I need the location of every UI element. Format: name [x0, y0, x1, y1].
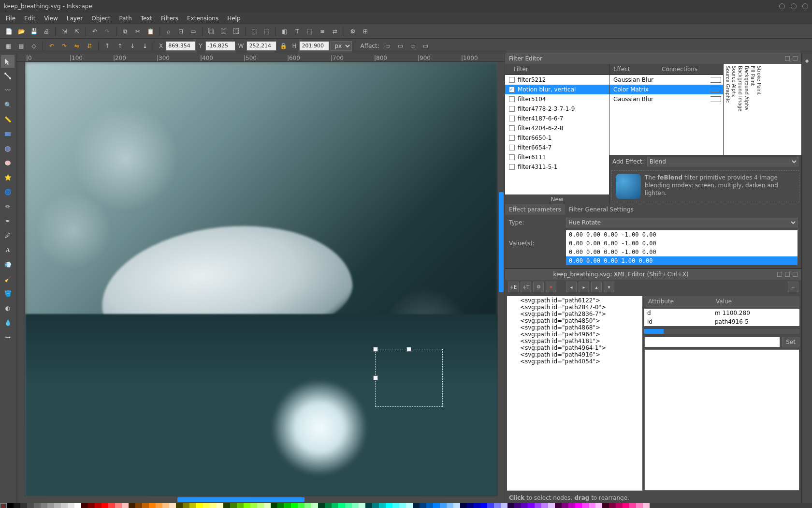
affect-gradient-icon[interactable]: ▭ [407, 40, 419, 52]
color-swatch[interactable] [345, 503, 352, 508]
minimize-icon[interactable] [779, 3, 785, 9]
color-swatch[interactable] [562, 503, 568, 508]
color-swatch[interactable] [352, 503, 359, 508]
color-swatch[interactable] [379, 503, 386, 508]
color-swatch[interactable] [555, 503, 562, 508]
w-input[interactable] [246, 41, 276, 51]
menu-text[interactable]: Text [137, 14, 156, 23]
effect-item[interactable]: Gaussian Blur [609, 94, 723, 104]
color-swatch[interactable] [480, 503, 487, 508]
filter-item[interactable]: filter4204-6-2-8 [505, 123, 609, 133]
lower-bottom-icon[interactable]: ⤓ [139, 40, 151, 52]
lock-aspect-icon[interactable]: 🔒 [277, 40, 289, 52]
eraser-tool-icon[interactable]: 🧹 [1, 273, 14, 285]
filter-item[interactable]: filter4778-2-3-7-1-9 [505, 104, 609, 114]
affect-corners-icon[interactable]: ▭ [395, 40, 406, 52]
color-swatch[interactable] [548, 503, 555, 508]
panel-min-icon[interactable] [785, 56, 790, 61]
raise-icon[interactable]: ↑ [114, 40, 126, 52]
color-swatch[interactable] [433, 503, 440, 508]
matrix-row[interactable]: 0.00 0.00 0.00 -1.00 0.00 [566, 248, 798, 256]
color-swatch[interactable] [74, 503, 81, 508]
color-swatch[interactable] [95, 503, 102, 508]
save-icon[interactable]: 💾 [28, 26, 40, 37]
canvas[interactable] [25, 62, 498, 496]
xml-node[interactable]: <svg:path id="path4964-1"> [508, 344, 641, 351]
menu-file[interactable]: File [2, 14, 19, 23]
color-swatch[interactable] [47, 503, 54, 508]
tweak-tool-icon[interactable]: 〰 [1, 84, 14, 97]
color-swatch[interactable] [535, 503, 541, 508]
color-swatch[interactable] [514, 503, 521, 508]
duplicate-icon[interactable]: ⿻ [205, 26, 217, 37]
color-swatch[interactable] [629, 503, 636, 508]
open-icon[interactable]: 📂 [15, 26, 27, 37]
color-swatch[interactable] [156, 503, 162, 508]
color-swatch[interactable] [250, 503, 257, 508]
color-swatch[interactable] [386, 503, 392, 508]
color-swatch[interactable] [149, 503, 156, 508]
matrix-row[interactable]: 0.00 0.00 0.00 -1.00 0.00 [566, 230, 798, 239]
color-swatch[interactable] [365, 503, 372, 508]
color-swatch[interactable] [230, 503, 237, 508]
new-filter-button[interactable]: New [505, 194, 609, 204]
move-up-icon[interactable]: ▴ [591, 282, 602, 292]
y-input[interactable] [205, 41, 235, 51]
select-layers-icon[interactable]: ▤ [15, 40, 27, 52]
selection-handle[interactable] [373, 375, 378, 380]
node-tool-icon[interactable] [1, 70, 14, 82]
attr-name-input[interactable] [644, 337, 780, 347]
zoom-drawing-icon[interactable]: ⊡ [175, 26, 187, 37]
color-swatch[interactable] [392, 503, 399, 508]
menu-filters[interactable]: Filters [157, 14, 182, 23]
color-swatch[interactable] [602, 503, 609, 508]
print-icon[interactable]: 🖨 [41, 26, 52, 37]
color-swatch[interactable] [487, 503, 494, 508]
calligraphy-tool-icon[interactable]: 🖋 [1, 229, 14, 242]
3dbox-tool-icon[interactable] [1, 142, 14, 155]
group-icon[interactable]: ⬚ [248, 26, 260, 37]
color-swatch[interactable] [332, 503, 338, 508]
doc-prefs-icon[interactable]: ⊞ [360, 26, 371, 37]
color-swatch[interactable] [7, 503, 14, 508]
selection-box[interactable] [375, 349, 443, 407]
color-swatch[interactable] [541, 503, 548, 508]
color-swatch[interactable] [196, 503, 203, 508]
color-swatch[interactable] [264, 503, 271, 508]
xml-node[interactable]: <svg:path id="path4916"> [508, 351, 641, 358]
select-all-icon[interactable]: ▦ [3, 40, 14, 52]
zoom-page-icon[interactable]: ▭ [188, 26, 199, 37]
maximize-icon[interactable] [791, 3, 797, 9]
deselect-icon[interactable]: ◇ [28, 40, 40, 52]
color-swatch[interactable] [142, 503, 149, 508]
xml-node[interactable]: <svg:path id="path4868"> [508, 324, 641, 331]
color-swatch[interactable] [183, 503, 189, 508]
color-swatch[interactable] [372, 503, 379, 508]
undo-icon[interactable]: ↶ [89, 26, 101, 37]
xml-node[interactable]: <svg:path id="path6122"> [508, 297, 641, 304]
color-swatch[interactable] [413, 503, 420, 508]
x-input[interactable] [166, 41, 196, 51]
effect-item[interactable]: Gaussian Blur [609, 75, 723, 85]
ungroup-icon[interactable]: ⬚ [261, 26, 273, 37]
color-swatch[interactable] [528, 503, 535, 508]
color-swatch[interactable] [291, 503, 298, 508]
filter-item[interactable]: Motion blur, vertical [505, 85, 609, 94]
selector-tool-icon[interactable] [1, 55, 14, 68]
color-swatch[interactable] [115, 503, 122, 508]
color-swatch[interactable] [568, 503, 575, 508]
color-swatch[interactable] [68, 503, 74, 508]
rotate-ccw-icon[interactable]: ↶ [46, 40, 58, 52]
move-down-icon[interactable]: ▾ [604, 282, 614, 292]
export-icon[interactable]: ⇱ [71, 26, 83, 37]
menu-path[interactable]: Path [115, 14, 135, 23]
dock-tab[interactable]: ◆ [803, 56, 811, 65]
unit-select[interactable]: px [330, 41, 352, 51]
color-swatch[interactable] [447, 503, 453, 508]
ellipse-tool-icon[interactable] [1, 157, 14, 169]
color-swatch[interactable] [129, 503, 135, 508]
text-tool-icon[interactable]: A [1, 244, 14, 256]
ruler-vertical[interactable] [16, 62, 25, 496]
add-effect-select[interactable]: Blend [647, 157, 798, 166]
measure-tool-icon[interactable]: 📏 [1, 113, 14, 126]
